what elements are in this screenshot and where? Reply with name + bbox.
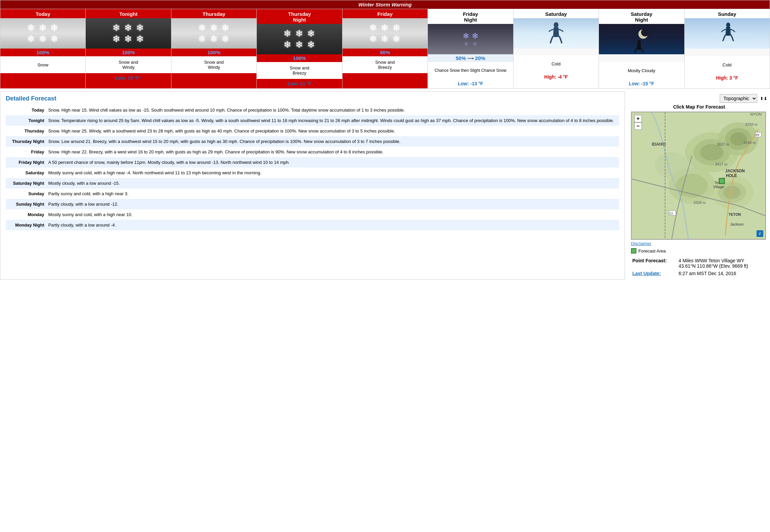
map-label-jackson: Jackson [730, 222, 744, 226]
zoom-out-button[interactable]: − [634, 122, 642, 130]
forecast-text: Partly cloudy, with a low around -12. [46, 199, 619, 209]
day-icon-saturday-night [599, 24, 684, 54]
forecast-day-saturday-night[interactable]: SaturdayNight Mostly Cloudy Low: -15 °F [599, 9, 684, 88]
elev-label-3328: 3328 m [693, 201, 706, 205]
day-icon-friday: ❄ ❄ ❄❄ ❄ ❄ [342, 18, 428, 49]
forecast-row: Monday Night Partly cloudy, with a low a… [6, 220, 619, 230]
forecast-row: Saturday Mostly sunny and cold, with a h… [6, 168, 619, 178]
forecast-period: Thursday Night [6, 136, 46, 147]
point-forecast-value: 4 Miles WNW Teton Village WY43.61°N 110.… [677, 257, 767, 270]
elev-label-3627: 3627 m [717, 142, 729, 146]
point-forecast-section: Point Forecast: 4 Miles WNW Teton Villag… [631, 257, 767, 277]
last-update-value: 6:27 am MST Dec 14, 2016 [677, 270, 767, 277]
svg-point-17 [655, 152, 688, 179]
forecast-period: Monday Night [6, 220, 46, 230]
desc-saturday: Cold [514, 55, 599, 72]
precip-saturday-night [599, 54, 684, 62]
forecast-text: Partly cloudy, with a low around -4. [46, 220, 619, 230]
desc-thursday: Snow andWindy [171, 56, 256, 73]
forecast-period: Friday [6, 147, 46, 157]
forecast-text: A 50 percent chance of snow, mainly befo… [46, 157, 619, 168]
detailed-forecast-panel: Detailed Forecast Today Snow. High near … [0, 91, 625, 280]
forecast-day-friday-night[interactable]: FridayNight ❄ ❄ ❄ ❄ 50% ⟶ 20% Chance Sno… [428, 9, 513, 88]
forecast-period: Saturday Night [6, 178, 46, 188]
temp-thursday: High: 25 °F [171, 73, 256, 83]
desc-tonight: Snow andWindy [86, 56, 171, 73]
day-label-tonight: Tonight [86, 9, 171, 18]
forecast-row: Today Snow. High near 15. Wind chill val… [6, 105, 619, 115]
day-label-sunday: Sunday [685, 9, 770, 18]
day-label-friday: Friday [342, 9, 428, 18]
forecast-period: Thursday [6, 126, 46, 136]
snowflakes-thursday-night: ❄ ❄ ❄❄ ❄ ❄ [283, 28, 315, 50]
day-label-today: Today [0, 9, 85, 18]
forecast-text: Snow. Low around 21. Breezy, with a sout… [46, 136, 619, 147]
forecast-row: Friday Snow. High near 22. Breezy, with … [6, 147, 619, 157]
forecast-period: Sunday Night [6, 199, 46, 209]
day-label-saturday-night: SaturdayNight [599, 9, 684, 24]
forecast-text: Snow. High near 25. Windy, with a southw… [46, 126, 619, 136]
sunday-icon-svg [715, 20, 739, 47]
elev-label-4194: 4194 m [744, 141, 756, 145]
forecast-period: Tonight [6, 115, 46, 126]
forecast-day-sunday[interactable]: Sunday Cold High: 3 °F [685, 9, 770, 88]
svg-point-4 [726, 23, 730, 27]
forecast-row: Thursday Snow. High near 25. Windy, with… [6, 126, 619, 136]
forecast-row: Sunday Partly sunny and cold, with a hig… [6, 188, 619, 199]
map-container[interactable]: 3708 m 4194 m 3627 m 3417 m 3328 m IDAHO… [631, 112, 766, 240]
forecast-period: Today [6, 105, 46, 115]
forecast-days-row: Today ❄ ❄ ❄❄ ❄ ❄ 100% Snow High: 15 °F T… [0, 9, 770, 88]
forecast-row: Friday Night A 50 percent chance of snow… [6, 157, 619, 168]
map-section: Topographic ⬆⬇ Click Map For Forecast [628, 91, 770, 280]
forecast-text: Snow. Temperature rising to around 25 by… [46, 115, 619, 126]
forecast-day-saturday[interactable]: Saturday Cold High: -4 °F [514, 9, 599, 88]
desc-thursday-night: Snow andBreezy [257, 62, 342, 79]
elev-label-3708: 3708 m [745, 122, 758, 126]
svg-point-0 [554, 22, 558, 28]
forecast-text: Partly sunny and cold, with a high near … [46, 188, 619, 199]
forecast-day-tonight[interactable]: Tonight ❄ ❄ ❄❄ ❄ ❄ 100% Snow andWindy Lo… [86, 9, 171, 88]
desc-saturday-night: Mostly Cloudy [599, 62, 684, 79]
forecast-area-icon [631, 248, 636, 254]
forecast-period: Monday [6, 209, 46, 220]
day-icon-sunday [685, 18, 770, 49]
snowflakes-today: ❄ ❄ ❄❄ ❄ ❄ [27, 22, 59, 45]
svg-text:Village: Village [713, 185, 724, 189]
day-icon-thursday-night: ❄ ❄ ❄❄ ❄ ❄ [257, 24, 342, 54]
forecast-row: Saturday Night Mostly cloudy, with a low… [6, 178, 619, 188]
day-icon-friday-night: ❄ ❄ ❄ ❄ [428, 24, 513, 54]
forecast-period: Friday Night [6, 157, 46, 168]
desc-friday-night: Chance Snow then Slight Chance Snow [428, 62, 513, 79]
forecast-period: Sunday [6, 188, 46, 199]
forecast-day-thursday-night[interactable]: ThursdayNight ❄ ❄ ❄❄ ❄ ❄ 100% Snow andBr… [257, 9, 342, 88]
day-icon-saturday [514, 18, 599, 49]
svg-text:89: 89 [755, 133, 759, 137]
forecast-row: Monday Mostly sunny and cold, with a hig… [6, 209, 619, 220]
forecast-day-thursday[interactable]: Thursday ❄ ❄ ❄❄ ❄ ❄ 100% Snow andWindy H… [171, 9, 257, 88]
forecast-day-today[interactable]: Today ❄ ❄ ❄❄ ❄ ❄ 100% Snow High: 15 °F [0, 9, 86, 88]
precip-sunday [685, 49, 770, 56]
winter-warning-banner: Winter Storm Warning [0, 0, 770, 9]
forecast-text: Mostly cloudy, with a low around -15. [46, 178, 619, 188]
detailed-forecast-title: Detailed Forecast [6, 95, 619, 102]
svg-point-3 [637, 40, 641, 44]
disclaimer-link[interactable]: Disclaimer [631, 241, 652, 246]
map-info-button[interactable]: i [757, 230, 763, 237]
day-icon-today: ❄ ❄ ❄❄ ❄ ❄ [0, 18, 85, 49]
forecast-row: Sunday Night Partly cloudy, with a low a… [6, 199, 619, 209]
forecast-day-friday[interactable]: Friday ❄ ❄ ❄❄ ❄ ❄ 90% Snow andBreezy Hig… [342, 9, 428, 88]
forecast-text: Snow. High near 15. Wind chill values as… [46, 105, 619, 115]
forecast-area-label: Forecast Area [638, 248, 666, 254]
last-update-link[interactable]: Last Update: [632, 271, 661, 276]
day-label-thursday-night: ThursdayNight [257, 9, 342, 24]
day-icon-thursday: ❄ ❄ ❄❄ ❄ ❄ [171, 18, 256, 49]
temp-friday-night: Low: -13 °F [428, 79, 513, 88]
map-type-select[interactable]: Topographic [720, 94, 757, 103]
temp-thursday-night: Low: 21 °F [257, 79, 342, 88]
zoom-in-button[interactable]: + [634, 115, 642, 122]
forecast-row: Thursday Night Snow. Low around 21. Bree… [6, 136, 619, 147]
temp-friday: High: 22 °F [342, 73, 428, 83]
temp-tonight: Low: 15 °F↑ [86, 73, 171, 83]
main-content: Detailed Forecast Today Snow. High near … [0, 91, 770, 280]
precip-thursday-night: 100% [257, 54, 342, 62]
